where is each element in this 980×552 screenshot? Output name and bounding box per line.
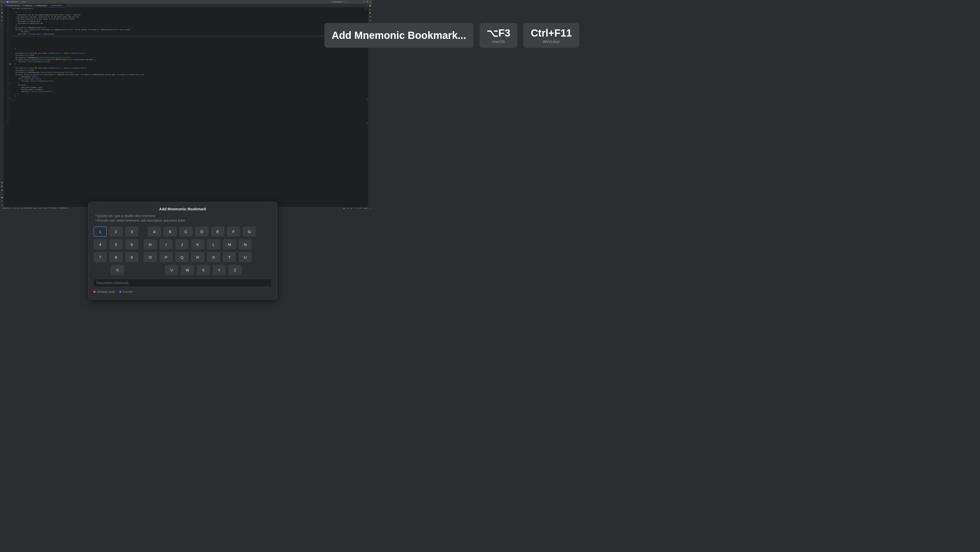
mnemonic-key-B[interactable]: B <box>164 226 177 237</box>
minimize-window[interactable] <box>3 1 4 3</box>
pull-requests-icon[interactable]: ⇋ <box>1 12 3 14</box>
mnemonic-key-4[interactable]: 4 <box>94 239 107 250</box>
mnemonic-key-8[interactable]: 8 <box>109 252 123 262</box>
breadcrumb-segment[interactable]: Ⓒ VisitController <box>49 207 57 209</box>
breadcrumb-segment[interactable]: petclinic <box>39 207 43 209</box>
mnemonic-key-2[interactable]: 2 <box>109 226 123 237</box>
run-config-name: PetClinicApplication <box>332 1 344 3</box>
search-everywhere-icon[interactable]: 🔍 <box>367 1 368 3</box>
bookmark-description-input[interactable] <box>94 278 272 287</box>
code-with-me-icon[interactable]: 👤⁺ <box>363 1 365 3</box>
mnemonic-key-Y[interactable]: Y <box>213 265 226 275</box>
mnemonic-key-O[interactable]: O <box>143 252 157 262</box>
mnemonic-key-0[interactable]: 0 <box>111 265 124 275</box>
find-tool-icon[interactable]: 🔍 <box>1 186 3 188</box>
window-controls[interactable] <box>1 1 6 3</box>
caret-position[interactable]: 63:9 <box>347 207 349 209</box>
project-selector[interactable]: SP spring-petclinic <box>7 1 20 3</box>
run-button[interactable]: ▶ <box>346 1 347 3</box>
breadcrumb-segment[interactable]: springframework <box>24 207 32 209</box>
breadcrumb-segment[interactable]: ⓜ loadPetWithVisit <box>58 207 68 209</box>
mnemonic-key-W[interactable]: W <box>181 265 194 275</box>
mnemonic-key-K[interactable]: K <box>191 239 204 250</box>
breadcrumb-segment[interactable]: main <box>14 207 16 209</box>
build-tool-icon[interactable]: ⚡ <box>1 182 3 184</box>
mnemonic-key-S[interactable]: S <box>207 252 220 262</box>
tab-vetrepository[interactable]: VetRepository.java <box>33 4 49 7</box>
maven-tool-icon[interactable]: m <box>369 19 371 21</box>
breadcrumb-segment[interactable]: samples <box>33 207 38 209</box>
commit-tool-icon[interactable]: ⊶ <box>1 8 3 11</box>
mnemonic-key-J[interactable]: J <box>175 239 189 250</box>
vcs-tool-icon[interactable]: ⎇ <box>1 204 3 206</box>
mnemonic-key-5[interactable]: 5 <box>109 239 123 250</box>
run-config-selector[interactable]: ↻ PetClinicApplication <box>331 1 345 3</box>
highlight-icon[interactable]: ◉ <box>350 207 352 209</box>
run-tool-icon[interactable]: ▤ <box>1 189 3 191</box>
bookmarks-tool-icon[interactable]: 🔖 <box>1 16 3 18</box>
tab-visitcontroller[interactable]: VisitController.java× <box>49 4 65 7</box>
close-window[interactable] <box>1 1 2 3</box>
breadcrumb-segment[interactable]: java <box>18 207 19 209</box>
maximize-window[interactable] <box>5 1 6 3</box>
code-content[interactable]: "kw">class VisitController { /** * Calle… <box>10 7 368 207</box>
terminal-tool-icon[interactable]: ⌨ <box>1 197 3 199</box>
mnemonic-key-L[interactable]: L <box>207 239 220 250</box>
mnemonic-key-V[interactable]: V <box>165 265 178 275</box>
reader-mode-icon[interactable]: 👓 <box>370 207 371 209</box>
project-tool-icon[interactable]: 🗀 <box>1 5 3 6</box>
structure-tool-icon[interactable]: ⧉ <box>1 19 3 21</box>
chevron-down-icon <box>26 1 27 3</box>
mnemonic-key-H[interactable]: H <box>143 239 157 250</box>
ai-assistant-icon[interactable]: ◎ <box>369 8 371 11</box>
mnemonic-key-D[interactable]: D <box>195 226 208 237</box>
breadcrumbs[interactable]: spring-petclinicsrcmainjavaorgspringfram… <box>2 207 68 209</box>
vcs-branch[interactable]: main <box>21 1 27 3</box>
mnemonic-key-T[interactable]: T <box>223 252 236 262</box>
more-tools-icon[interactable]: ⋯ <box>1 23 3 25</box>
breadcrumb-segment[interactable]: spring-petclinic <box>2 207 10 209</box>
mnemonic-key-7[interactable]: 7 <box>94 252 107 262</box>
settings-icon[interactable]: ⚙ <box>370 1 371 3</box>
mnemonic-key-Q[interactable]: Q <box>175 252 189 262</box>
breadcrumb-segment[interactable]: owner <box>44 207 47 209</box>
mnemonic-key-X[interactable]: X <box>197 265 210 275</box>
mnemonic-key-I[interactable]: I <box>159 239 173 250</box>
mnemonic-key-Z[interactable]: Z <box>228 265 242 275</box>
mnemonic-key-3[interactable]: 3 <box>125 226 138 237</box>
problems-tool-icon[interactable]: ⊘ <box>1 200 3 202</box>
tab-pettypeformatter[interactable]: PetTypeFormatter.java <box>4 4 21 7</box>
mnemonic-key-E[interactable]: E <box>211 226 224 237</box>
notifications-icon[interactable]: 🔔 <box>369 5 371 6</box>
mnemonic-key-F[interactable]: F <box>227 226 240 237</box>
tab-pettype[interactable]: PetType.java <box>21 4 33 7</box>
database-tool-icon[interactable]: 🗄 <box>369 12 371 14</box>
mnemonic-key-A[interactable]: A <box>148 226 161 237</box>
mnemonic-key-U[interactable]: U <box>239 252 252 262</box>
tab-options-icon[interactable] <box>366 5 368 6</box>
code-editor[interactable]: ⚠ 39404142434445464748495051525354555657… <box>4 7 368 207</box>
mnemonic-key-G[interactable]: G <box>243 226 256 237</box>
mnemonic-key-6[interactable]: 6 <box>125 239 138 250</box>
mnemonic-key-P[interactable]: P <box>159 252 173 262</box>
debug-button[interactable]: ⌖ <box>348 1 348 3</box>
line-separator[interactable]: LF <box>356 207 357 209</box>
mnemonic-key-M[interactable]: M <box>223 239 236 250</box>
titlebar: SP spring-petclinic main ↻ PetClinicAppl… <box>0 0 372 4</box>
mnemonic-key-1[interactable]: 1 <box>94 226 107 237</box>
endpoints-icon[interactable]: ⇆ <box>369 16 371 18</box>
mnemonic-key-9[interactable]: 9 <box>125 252 138 262</box>
lock-icon[interactable]: 🔓 <box>344 207 345 209</box>
indent-indicator[interactable]: ⇄Tab* <box>364 207 368 209</box>
close-tab-icon[interactable]: × <box>63 5 64 6</box>
more-run-options[interactable] <box>349 1 350 3</box>
mnemonic-key-N[interactable]: N <box>239 239 252 250</box>
file-encoding[interactable]: UTF-8 <box>359 207 363 209</box>
project-name: spring-petclinic <box>10 1 18 3</box>
breadcrumb-segment[interactable]: org <box>21 207 22 209</box>
services-tool-icon[interactable]: ▷ <box>1 193 3 195</box>
branch-name: main <box>22 1 25 3</box>
mnemonic-key-C[interactable]: C <box>179 226 192 237</box>
mnemonic-key-R[interactable]: R <box>191 252 204 262</box>
readonly-toggle-icon[interactable]: ☐ <box>353 207 354 209</box>
